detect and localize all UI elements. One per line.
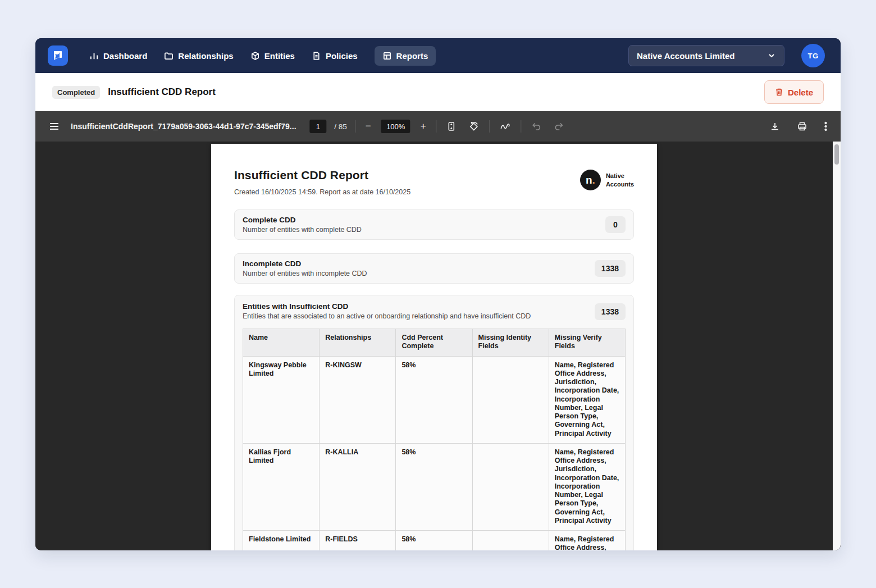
folder-icon — [164, 51, 174, 61]
logo-glyph-icon — [52, 49, 64, 62]
brand-name: Native Accounts — [606, 172, 634, 188]
summary-card-incomplete-cdd: Incomplete CDD Number of entities with i… — [234, 253, 634, 284]
nav-item-policies[interactable]: Policies — [312, 51, 358, 61]
document-subtitle: Created 16/10/2025 14:59. Report as at d… — [234, 188, 410, 196]
zoom-out-button[interactable]: − — [363, 118, 373, 134]
pdf-page: Insufficient CDD Report Created 16/10/20… — [211, 144, 657, 550]
page-title: Insufficient CDD Report — [108, 86, 216, 98]
card-description: Number of entities with incomplete CDD — [243, 270, 367, 277]
user-avatar[interactable]: TG — [801, 44, 825, 67]
app-logo[interactable] — [48, 45, 68, 66]
cell-cdd-percent: 58% — [396, 531, 472, 551]
cell-missing-verify: Name, Registered Office Address, Jurisdi… — [549, 531, 625, 551]
brand-mark-icon: n. — [580, 170, 601, 190]
viewer-scrollbar[interactable] — [833, 142, 841, 550]
account-selector-value: Native Accounts Limited — [637, 51, 767, 61]
toolbar-divider — [521, 120, 522, 133]
app-window: Dashboard Relationships Entities Policie… — [35, 38, 841, 550]
report-header: Completed Insufficient CDD Report Delete — [35, 73, 841, 111]
rotate-icon — [469, 121, 480, 132]
pdf-filename: InsufficientCddReport_7179a059-3063-44d1… — [71, 122, 296, 131]
column-header-relationships: Relationships — [320, 329, 396, 357]
insufficient-cdd-table: Name Relationships Cdd Percent Complete … — [243, 329, 626, 550]
brand-logo: n. Native Accounts — [580, 170, 634, 190]
table-icon — [382, 51, 392, 61]
summary-card-entities-insufficient-cdd: Entities with Insufficient CDD Entities … — [234, 295, 634, 550]
hamburger-menu-icon — [49, 122, 60, 131]
card-title: Incomplete CDD — [243, 259, 367, 268]
bar-chart-icon — [89, 51, 99, 61]
undo-button[interactable] — [530, 120, 544, 133]
delete-button-label: Delete — [788, 88, 813, 97]
redo-button[interactable] — [552, 120, 567, 133]
toolbar-divider — [355, 120, 355, 133]
card-value-badge: 1338 — [595, 303, 626, 320]
nav-item-label: Policies — [326, 51, 358, 61]
column-header-name: Name — [243, 329, 320, 357]
toolbar-divider — [436, 120, 437, 133]
cell-relationships: R-FIELDS — [320, 531, 396, 551]
pdf-toolbar: InsufficientCddReport_7179a059-3063-44d1… — [35, 111, 841, 142]
cell-relationships: R-KINGSW — [320, 356, 396, 443]
zoom-level-input[interactable] — [381, 120, 410, 133]
more-options-button[interactable] — [822, 119, 829, 134]
table-row: Kallias Fjord Limited R-KALLIA 58% Name,… — [243, 443, 626, 530]
undo-icon — [532, 122, 542, 131]
page-total-label: / 85 — [334, 122, 347, 131]
nav-item-relationships[interactable]: Relationships — [164, 51, 233, 61]
sidebar-toggle-button[interactable] — [47, 120, 62, 133]
cell-relationships: R-KALLIA — [320, 443, 396, 530]
cell-missing-identity — [472, 443, 549, 530]
document-title: Insufficient CDD Report — [234, 168, 410, 182]
nav-item-entities[interactable]: Entities — [250, 51, 295, 61]
cell-name: Kingsway Pebble Limited — [243, 356, 320, 443]
account-selector-dropdown[interactable]: Native Accounts Limited — [628, 45, 784, 66]
card-description: Number of entities with complete CDD — [243, 226, 362, 234]
scrollbar-thumb[interactable] — [834, 144, 839, 165]
status-badge: Completed — [52, 86, 100, 99]
nav-item-label: Entities — [264, 51, 295, 61]
kebab-menu-icon — [824, 121, 827, 131]
table-header-row: Name Relationships Cdd Percent Complete … — [243, 329, 626, 357]
column-header-cdd-percent: Cdd Percent Complete — [396, 329, 472, 357]
card-title: Complete CDD — [243, 216, 362, 224]
document-header: Insufficient CDD Report Created 16/10/20… — [234, 168, 634, 196]
download-icon — [770, 121, 780, 131]
card-description: Entities that are associated to an activ… — [243, 312, 531, 320]
column-header-missing-identity: Missing Identity Fields — [472, 329, 549, 357]
table-row: Fieldstone Limited R-FIELDS 58% Name, Re… — [243, 531, 626, 551]
avatar-initials: TG — [807, 52, 818, 60]
table-row: Kingsway Pebble Limited R-KINGSW 58% Nam… — [243, 356, 626, 443]
nav-item-label: Dashboard — [103, 51, 147, 61]
fit-to-page-icon — [447, 121, 457, 131]
delete-button[interactable]: Delete — [764, 80, 824, 104]
card-title: Entities with Insufficient CDD — [243, 302, 531, 311]
document-icon — [312, 51, 321, 61]
page-number-input[interactable] — [309, 120, 326, 133]
cell-cdd-percent: 58% — [396, 356, 472, 443]
card-value-badge: 1338 — [595, 260, 626, 277]
scribble-icon — [500, 122, 511, 131]
cell-missing-verify: Name, Registered Office Address, Jurisdi… — [549, 356, 625, 443]
redo-icon — [554, 122, 564, 131]
cell-missing-verify: Name, Registered Office Address, Jurisdi… — [549, 443, 625, 530]
print-button[interactable] — [795, 119, 810, 134]
summary-card-complete-cdd: Complete CDD Number of entities with com… — [234, 209, 634, 240]
draw-annotate-button[interactable] — [498, 120, 513, 133]
trash-icon — [775, 88, 783, 97]
zoom-in-button[interactable]: + — [418, 118, 428, 134]
download-button[interactable] — [768, 119, 782, 134]
cell-missing-identity — [472, 356, 549, 443]
cube-icon — [250, 51, 260, 61]
fit-to-page-button[interactable] — [445, 119, 459, 134]
pdf-viewer-area: Insufficient CDD Report Created 16/10/20… — [35, 142, 841, 550]
nav-item-dashboard[interactable]: Dashboard — [89, 51, 147, 61]
chevron-down-icon — [767, 51, 776, 60]
rotate-page-button[interactable] — [467, 119, 482, 134]
nav-item-reports[interactable]: Reports — [375, 46, 436, 66]
column-header-missing-verify: Missing Verify Fields — [549, 329, 625, 357]
cell-missing-identity — [472, 531, 549, 551]
print-icon — [797, 121, 807, 131]
cell-name: Kallias Fjord Limited — [243, 443, 320, 530]
nav-item-label: Relationships — [178, 51, 233, 61]
